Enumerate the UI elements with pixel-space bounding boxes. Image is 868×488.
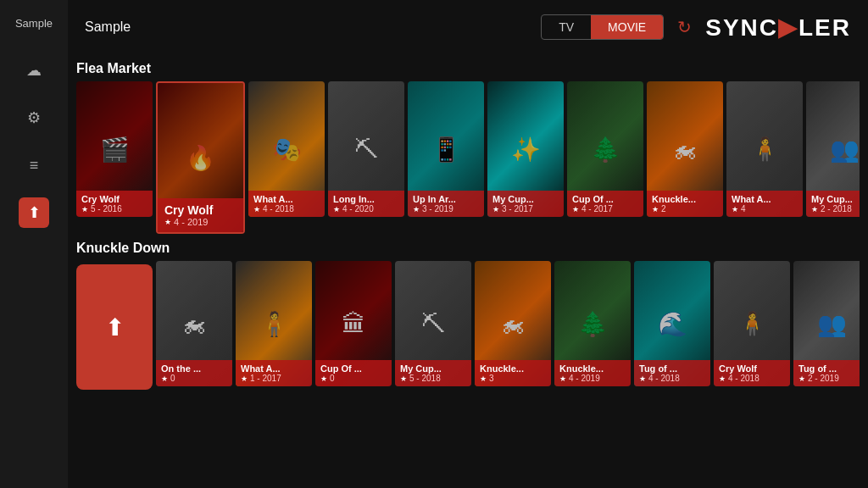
logo-accent: ▶	[778, 14, 798, 41]
card-meta-d6: ★ 4 - 2019	[559, 374, 626, 383]
sidebar-settings-icon[interactable]: ⚙	[19, 103, 49, 133]
card-meta-c3: ★ 4 - 2018	[253, 204, 320, 214]
tab-tv[interactable]: TV	[542, 15, 591, 39]
card-c2[interactable]: 🔥Cry Wolf★ 4 - 2019	[156, 81, 245, 234]
tab-group: TV MOVIE	[541, 14, 664, 40]
card-meta-c6: ★ 3 - 2017	[492, 204, 559, 214]
card-title-c8: Knuckle...	[652, 194, 718, 204]
card-overlay-c3: What A...★ 4 - 2018	[248, 191, 325, 217]
main-content: Sample TV MOVIE ↻ SYNC▶LER Flea Market 🎬…	[68, 0, 868, 488]
card-star-d2: ★	[241, 374, 248, 383]
sidebar-cloud-icon[interactable]: ☁	[19, 55, 49, 86]
card-title-c7: Cup Of ...	[572, 194, 638, 204]
card-star-c6: ★	[492, 205, 499, 214]
card-star-d7: ★	[639, 374, 646, 383]
card-meta-c1: ★ 5 - 2016	[81, 204, 147, 214]
section-flea-market-label: Flea Market	[76, 54, 860, 81]
card-c4[interactable]: ⛏Long In...★ 4 - 2020	[328, 81, 404, 217]
card-meta-d2: ★ 1 - 2017	[241, 374, 307, 383]
card-overlay-c6: My Cup...★ 3 - 2017	[487, 191, 564, 217]
card-title-d8: Cry Wolf	[719, 363, 785, 374]
card-title-c5: Up In Ar...	[413, 194, 479, 204]
card-star-c3: ★	[253, 205, 260, 214]
card-overlay-c9: What A...★ 4	[726, 191, 803, 217]
sidebar-title: Sample	[15, 17, 53, 30]
card-title-d2: What A...	[241, 363, 307, 374]
card-title-c4: Long In...	[333, 194, 399, 204]
card-star-d3: ★	[320, 374, 327, 383]
card-overlay-c2: Cry Wolf★ 4 - 2019	[158, 198, 243, 232]
card-overlay-c10: My Cup...★ 2 - 2018	[806, 191, 860, 217]
card-c1[interactable]: 🎬Cry Wolf★ 5 - 2016	[76, 81, 153, 217]
card-star-d4: ★	[400, 374, 407, 383]
tab-movie[interactable]: MOVIE	[591, 15, 663, 39]
card-meta-c2: ★ 4 - 2019	[164, 217, 236, 227]
card-title-d7: Tug of ...	[639, 363, 705, 374]
refresh-icon[interactable]: ↻	[677, 17, 692, 37]
card-c6[interactable]: ✨My Cup...★ 3 - 2017	[487, 81, 564, 217]
section-knuckle-down-label: Knuckle Down	[76, 234, 860, 261]
card-overlay-d2: What A...★ 1 - 2017	[236, 360, 312, 386]
card-title-c3: What A...	[253, 194, 320, 204]
knuckle-down-row: ⬆🏍On the ...★ 0🧍What A...★ 1 - 2017🏛Cup …	[76, 261, 860, 390]
sidebar-upload-icon[interactable]: ⬆	[19, 197, 49, 228]
card-overlay-d4: My Cup...★ 5 - 2018	[395, 360, 471, 386]
card-meta-c10: ★ 2 - 2018	[811, 204, 860, 214]
card-d6[interactable]: 🌲Knuckle...★ 4 - 2019	[554, 261, 631, 386]
card-star-d5: ★	[480, 374, 487, 383]
card-meta-c7: ★ 4 - 2017	[572, 204, 638, 214]
card-d5[interactable]: 🏍Knuckle...★ 3	[475, 261, 551, 386]
card-c10[interactable]: 👥My Cup...★ 2 - 2018	[806, 81, 860, 217]
card-c5[interactable]: 📱Up In Ar...★ 3 - 2019	[408, 81, 484, 217]
content-area: Flea Market 🎬Cry Wolf★ 5 - 2016🔥Cry Wolf…	[68, 54, 868, 488]
sidebar: Sample ☁ ⚙ ≡ ⬆	[0, 0, 68, 488]
card-overlay-d1: On the ...★ 0	[156, 360, 232, 386]
card-title-d6: Knuckle...	[559, 363, 626, 374]
card-c7[interactable]: 🌲Cup Of ...★ 4 - 2017	[567, 81, 643, 217]
card-meta-d4: ★ 5 - 2018	[400, 374, 466, 383]
card-star-d6: ★	[559, 374, 566, 383]
card-title-c1: Cry Wolf	[81, 194, 147, 204]
upload-button[interactable]: ⬆	[76, 264, 153, 390]
card-d7[interactable]: 🌊Tug of ...★ 4 - 2018	[634, 261, 710, 386]
card-star-c2: ★	[164, 218, 171, 226]
card-star-c4: ★	[333, 205, 340, 214]
card-overlay-c8: Knuckle...★ 2	[647, 191, 723, 217]
card-title-c10: My Cup...	[811, 194, 860, 204]
card-d3[interactable]: 🏛Cup Of ...★ 0	[315, 261, 392, 386]
sidebar-menu-icon[interactable]: ≡	[19, 150, 49, 180]
card-c8[interactable]: 🏍Knuckle...★ 2	[647, 81, 723, 217]
card-star-c5: ★	[413, 205, 420, 214]
card-meta-c8: ★ 2	[652, 204, 718, 214]
card-meta-c5: ★ 3 - 2019	[413, 204, 479, 214]
card-meta-c9: ★ 4	[732, 204, 798, 214]
card-d9[interactable]: 👥Tug of ...★ 2 - 2019	[793, 261, 860, 386]
card-meta-d8: ★ 4 - 2018	[719, 374, 785, 383]
card-c9[interactable]: 🧍What A...★ 4	[726, 81, 803, 217]
card-title-c9: What A...	[732, 194, 798, 204]
card-meta-d3: ★ 0	[320, 374, 387, 383]
card-title-c6: My Cup...	[492, 194, 559, 204]
card-meta-d9: ★ 2 - 2019	[798, 374, 860, 383]
card-title-d9: Tug of ...	[798, 363, 860, 374]
app-logo: SYNC▶LER	[705, 14, 851, 42]
card-meta-d1: ★ 0	[161, 374, 227, 383]
card-d4[interactable]: ⛏My Cup...★ 5 - 2018	[395, 261, 471, 386]
card-overlay-c1: Cry Wolf★ 5 - 2016	[76, 191, 153, 217]
card-title-d4: My Cup...	[400, 363, 466, 374]
card-star-c10: ★	[811, 205, 818, 214]
card-c3[interactable]: 🎭What A...★ 4 - 2018	[248, 81, 325, 217]
card-overlay-d3: Cup Of ...★ 0	[315, 360, 392, 386]
card-d1[interactable]: 🏍On the ...★ 0	[156, 261, 232, 386]
card-d8[interactable]: 🧍Cry Wolf★ 4 - 2018	[714, 261, 790, 386]
card-overlay-c4: Long In...★ 4 - 2020	[328, 191, 404, 217]
card-star-d9: ★	[798, 374, 805, 383]
card-overlay-d5: Knuckle...★ 3	[475, 360, 551, 386]
card-meta-d5: ★ 3	[480, 374, 546, 383]
card-overlay-c7: Cup Of ...★ 4 - 2017	[567, 191, 643, 217]
card-title-d5: Knuckle...	[480, 363, 546, 374]
card-star-d8: ★	[719, 374, 726, 383]
card-overlay-d6: Knuckle...★ 4 - 2019	[554, 360, 631, 386]
card-star-c1: ★	[81, 205, 88, 214]
card-d2[interactable]: 🧍What A...★ 1 - 2017	[236, 261, 312, 386]
